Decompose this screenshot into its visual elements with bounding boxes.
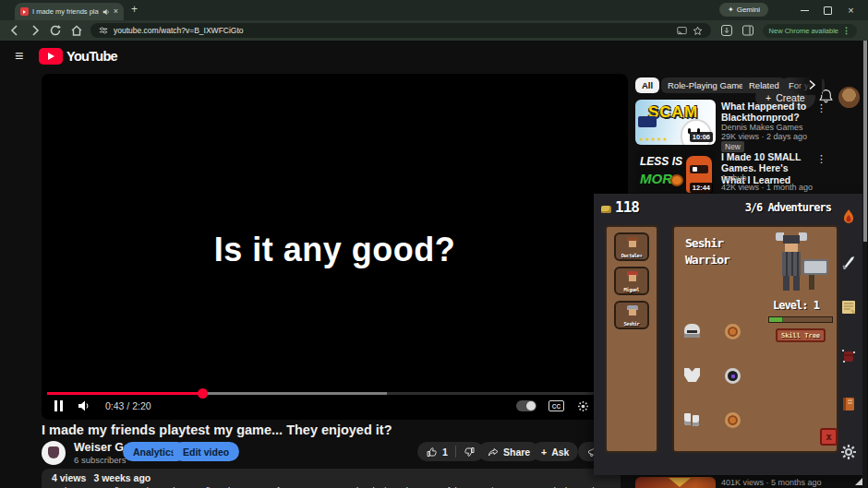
- cast-icon[interactable]: [677, 26, 687, 36]
- ask-button[interactable]: + Ask: [532, 442, 578, 461]
- roster-portrait-face: [629, 309, 636, 315]
- video-options-icon[interactable]: ⋮: [816, 153, 826, 165]
- suggested-video-title[interactable]: What Happened to Blackthornprod?: [721, 101, 814, 124]
- ask-label: Ask: [551, 446, 569, 458]
- browser-tab[interactable]: I made my friends playtest ×: [15, 3, 124, 20]
- account-avatar[interactable]: [838, 87, 860, 108]
- accessory-slot[interactable]: [725, 324, 741, 339]
- suggested-video-thumbnail[interactable]: LESS IS MOR 12:44: [635, 150, 716, 196]
- quest-scroll-icon[interactable]: [839, 298, 858, 316]
- window-minimize-button[interactable]: [801, 6, 809, 11]
- roster-name: Seshir: [616, 321, 647, 327]
- chrome-update-button[interactable]: New Chrome available ⋮: [763, 24, 857, 38]
- armor-body: [782, 252, 801, 276]
- page-scrollbar[interactable]: [862, 41, 867, 488]
- home-button[interactable]: [70, 24, 83, 37]
- side-panel-icon[interactable]: [741, 24, 754, 37]
- chips-scroll-chevron-icon[interactable]: [805, 78, 818, 91]
- settings-gear-icon[interactable]: [839, 443, 858, 461]
- sword-icon[interactable]: [839, 254, 858, 272]
- book-icon[interactable]: [839, 395, 858, 413]
- new-tab-button[interactable]: +: [131, 3, 138, 16]
- scrollbar-thumb[interactable]: [863, 41, 867, 242]
- video-options-icon[interactable]: ⋮: [816, 102, 826, 114]
- thumbnail-text: MOR: [640, 171, 672, 186]
- suggested-video-meta: 401K views · 5 months ago: [721, 478, 822, 487]
- roster-slot[interactable]: Ductale+: [614, 232, 649, 261]
- overlay-resize-handle[interactable]: [855, 478, 862, 485]
- screen: I made my friends playtest × + ✦ Gemini …: [0, 0, 868, 488]
- divider: [455, 446, 456, 458]
- settings-gear-icon[interactable]: [576, 400, 590, 412]
- forward-button[interactable]: [29, 24, 42, 37]
- window-maximize-button[interactable]: [824, 6, 832, 15]
- tab-audio-icon[interactable]: [102, 8, 110, 16]
- description-box[interactable]: 4 views 3 weeks ago Welcome to my first …: [42, 469, 621, 488]
- tab-close-icon[interactable]: ×: [114, 7, 118, 16]
- roster-slot[interactable]: Seshir: [614, 301, 649, 329]
- hero-panel: Seshir Warrior Level: 1 Skill Tree: [672, 225, 838, 453]
- face: [785, 244, 798, 252]
- adventurer-count: 3/6 Adventurers: [745, 201, 831, 214]
- suggested-video-channel[interactable]: Dennis Makes Games: [721, 123, 803, 132]
- thumbnail-inset: [638, 116, 657, 127]
- roster-name: Ductale+: [616, 253, 647, 258]
- chip-all[interactable]: All: [635, 77, 659, 93]
- downloads-icon[interactable]: [720, 24, 733, 37]
- thumbs-down-icon[interactable]: [464, 446, 475, 458]
- like-dislike-buttons[interactable]: 1: [417, 442, 484, 461]
- campfire-icon[interactable]: [839, 208, 858, 226]
- youtube-logo[interactable]: YouTube: [39, 48, 117, 65]
- thumbs-up-icon[interactable]: [427, 446, 438, 458]
- tab-title: I made my friends playtest: [32, 7, 99, 16]
- pause-button[interactable]: [54, 400, 63, 411]
- bookmark-star-icon[interactable]: [693, 26, 703, 36]
- browser-tab-strip: I made my friends playtest × + ✦ Gemini …: [0, 0, 868, 20]
- like-count: 1: [442, 446, 448, 458]
- menu-icon[interactable]: ≡: [15, 48, 23, 65]
- back-button[interactable]: [8, 24, 21, 37]
- helmet: [783, 235, 800, 244]
- browser-menu-icon[interactable]: ⋮: [842, 26, 850, 35]
- equipment-boots-icon[interactable]: [684, 413, 700, 426]
- coin-icon: [601, 206, 611, 213]
- video-caption-text: Is it any good?: [42, 231, 628, 269]
- chip-related[interactable]: Related: [742, 77, 786, 93]
- relic-icon[interactable]: [839, 347, 858, 365]
- equipment-chest-icon[interactable]: [684, 368, 700, 382]
- reload-button[interactable]: [49, 24, 62, 37]
- equipment-helmet-icon[interactable]: [684, 324, 700, 338]
- share-arrow-icon: [488, 446, 499, 458]
- thumbnail-pumpkin: [670, 174, 683, 186]
- xp-fill: [769, 317, 783, 322]
- video-player[interactable]: Is it any good? 0:43 / 2:20 CC: [42, 74, 628, 420]
- address-bar[interactable]: youtube.com/watch?v=B_IXWFCiGto: [90, 23, 711, 38]
- video-duration: 12:44: [690, 183, 713, 193]
- suggested-video-thumbnail[interactable]: SCAM ★★★★★ 10:06: [635, 100, 716, 145]
- volume-icon[interactable]: [78, 399, 92, 412]
- edit-video-button[interactable]: Edit video: [173, 442, 239, 461]
- plus-icon: +: [541, 446, 547, 458]
- sparkle-icon: ✦: [728, 6, 734, 14]
- roster-slot[interactable]: Miguel: [614, 267, 649, 295]
- captions-button[interactable]: CC: [549, 400, 564, 411]
- accessory-slot-equipped[interactable]: [725, 368, 741, 384]
- window-close-button[interactable]: ×: [847, 6, 855, 15]
- autoplay-toggle[interactable]: [516, 400, 536, 411]
- suggested-video-channel[interactable]: Jerbub: [721, 173, 747, 183]
- skill-tree-button[interactable]: Skill Tree: [776, 328, 826, 342]
- game-overlay-window[interactable]: 118 3/6 Adventurers Ductale+ Miguel: [594, 194, 866, 475]
- site-info-icon[interactable]: [99, 26, 108, 35]
- channel-avatar[interactable]: [42, 441, 66, 465]
- gemini-button[interactable]: ✦ Gemini: [719, 3, 768, 17]
- leg: [783, 276, 790, 291]
- browser-toolbar: youtube.com/watch?v=B_IXWFCiGto New Chro…: [0, 20, 868, 41]
- currency-count: 118: [615, 198, 639, 216]
- chip-role-playing-games[interactable]: Role-Playing Games: [661, 77, 754, 93]
- share-button[interactable]: Share: [478, 442, 539, 461]
- gemini-label: Gemini: [737, 6, 760, 14]
- url-text: youtube.com/watch?v=B_IXWFCiGto: [114, 26, 671, 35]
- overlay-close-button[interactable]: x: [820, 428, 838, 446]
- accessory-slot[interactable]: [725, 412, 741, 428]
- suggested-video-thumbnail[interactable]: [635, 477, 716, 488]
